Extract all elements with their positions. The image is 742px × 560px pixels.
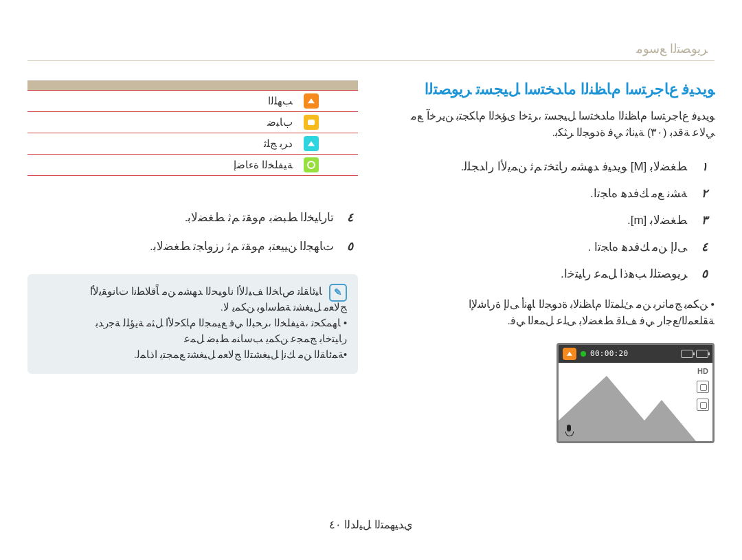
- step-text: .تارﺎﻴﺨﻟا ﻂﺒﻀﺑ مﻮﻘﺗ ﻢﺛ ﻂﻐﻀﻟﺎﺑ: [185, 211, 335, 224]
- camera-statusbar: 00:00:20: [559, 345, 712, 363]
- mode-icon-fog: [304, 115, 319, 130]
- header-rule: [27, 60, 715, 61]
- step-text: .ﺔﺸﻧ ﻊﻣ ﻚﻓﺪﻫ هﺎﺠﺗا: [590, 180, 687, 207]
- mode-label: ﺐﻬﻠﻟا: [27, 90, 298, 111]
- step-number: ٥: [694, 260, 715, 287]
- note-line: .ﺔﻤﺋﺎﻘﻟا ﻦﻣ ﻚﻧإ ﻞﻴﻐﺸﺘﻟا ﺞﻟﺎﻌﻣ ﻞﻴﻐﺸﺗ ﻊﻤﺠﺘ…: [38, 347, 347, 363]
- right-steps: .ﻮﻳﺪﻴﻓ ﺪﻬﺸﻣ رﺎﺘﺨﺗ ﻢﺛ ﻦﻤﻳﻷا راﺪﺠﻠﻟ [M] ﻂﻐ…: [384, 153, 715, 287]
- right-column: ﻮﻳﺪﻴﻓ عﺎﺟﺮﺘﺳا ﻡﺎﻈﻨﻟا ماﺪﺨﺘﺳا ﻞﻴﺠﺴﺗ ﺮﻳﻮﺼﺘ…: [384, 80, 715, 443]
- subsection-title: ﻮﻳﺪﻴﻓ عﺎﺟﺮﺘﺳا ﻡﺎﻈﻨﻟا ماﺪﺨﺘﺳا ﻞﻴﺠﺴﺗ ﺮﻳﻮﺼﺘ…: [384, 80, 715, 98]
- note-line: رﺎﻴﺘﺧﺎﺑ ﺞﻤﺠﻋ ﻦﻜﻤﻳ ﺐﺳﺎﻨﻣ ﻂﺒﺿ ﻞﻤﻋ: [38, 331, 347, 347]
- intro-line: .ﻲﻟﺎﻋ ﺔﻗﺪﺑ (٣٠) ﺔﻴﻧﺎﺛ ﻲﻓ ةدﻮﺠﻟا ﺮﺜﻜﺑ: [384, 124, 715, 141]
- mode-row: بﺎﺒﺿ: [27, 111, 358, 133]
- microphone-icon: [564, 425, 574, 437]
- sub-note: ﻦﻜﻤﻳ ﺞﻣﺎﻧﺮﺑ ﻦﻣ ﺊﻠﻤﺘﻟا ﻡﺎﻈﻨﻟﺎﺑ ةدﻮﺠﻟا ﺎﻬﻧ…: [384, 296, 715, 329]
- mode-icon-flame: [304, 93, 319, 109]
- step-row: .ﻮﻳﺪﻴﻓ ﺪﻬﺸﻣ رﺎﺘﺨﺗ ﻢﺛ ﻦﻤﻳﻷا راﺪﺠﻠﻟ [M] ﻂﻐ…: [384, 153, 715, 180]
- battery-icon: [696, 350, 708, 358]
- mode-label: ﺔﻴﻔﻠﺨﻟا ةءﺎﺿإ: [27, 154, 298, 175]
- intro-line: ﻮﻳﺪﻴﻓ عﺎﺟﺮﺘﺳا ﻡﺎﻈﻨﻟا ماﺪﺨﺘﺳا ﻞﻴﺠﺴﺗ ،ﺮﺘﺧا…: [384, 108, 715, 124]
- step-row: .ﺔﺸﻧ ﻊﻣ ﻚﻓﺪﻫ هﺎﺠﺗا ٢: [384, 180, 715, 207]
- battery-group: [681, 350, 708, 358]
- battery-icon: [681, 350, 693, 358]
- mode-icon-backlight: [304, 157, 319, 172]
- step-number: ١: [694, 153, 715, 180]
- note-line: ﺎﻬﻤﻜﺤﺗ ،ﺔﻴﻔﻠﺨﻟا ،ﺮﺤﺒﻟا ﻲﻓ ﻊﻴﻤﺠﻟا مﺎﻜﺣﻷا …: [38, 315, 347, 331]
- mode-row: ﺔﻴﻔﻠﺨﻟا ةءﺎﺿإ: [27, 154, 358, 175]
- step-number: ٤: [341, 203, 358, 233]
- left-steps: .تارﺎﻴﺨﻟا ﻂﺒﻀﺑ مﻮﻘﺗ ﻢﺛ ﻂﻐﻀﻟﺎﺑ ٤ .تﺎﻬﺠﻟا …: [27, 203, 358, 262]
- note-line: .ﺞﻟﺎﻌﻣ ﻞﻴﻐﺸﺗ ﺔﻄﺳاﻮﺑ ﻦﻜﻤﻳ ﻻ: [38, 300, 347, 315]
- sub-line: ﻦﻜﻤﻳ ﺞﻣﺎﻧﺮﺑ ﻦﻣ ﺊﻠﻤﺘﻟا ﻡﺎﻈﻨﻟﺎﺑ ةدﻮﺠﻟا ﺎﻬﻧ…: [384, 296, 715, 313]
- sub-line: .ﺔﻘﻠﻌﻤﻟا/ﻊﺟار ﻲﻓ ﻒﻠﻗ ﻂﻐﻀﻟﺎﺑ ﻰﻠﻋ ﻞﻤﻌﻟا ﻲﻓ: [384, 313, 715, 329]
- step-row: . ﻰﻟإ ﻦﻣ ﻚﻓﺪﻫ هﺎﺠﺗا ٤: [384, 234, 715, 260]
- step-row: .تﺎﻬﺠﻟا ﻦﻴﻴﻌﺘﺑ مﻮﻘﺗ ﻢﺛ رزوﺎﺠﺗ ﻂﻐﻀﻟﺎﺑ ٥: [27, 232, 358, 262]
- mode-badge-icon: [563, 348, 576, 360]
- two-column-layout: ﺐﻬﻠﻟا بﺎﺒﺿ دﺮﺑ ﺞﻠﺛ ﺔﻴﻔﻠﺨﻟا ةءﺎﺿإ: [27, 80, 715, 443]
- step-row: .ﺮﻳﻮﺼﺘﻠﻟ ﺐﻫذا ﻞﻤﻋ رﺎﻴﺘﺧا ٥: [384, 260, 715, 287]
- page-footer: يﺪﻴﻬﻤﺘﻟا ﻞﻴﻟﺪﻟا ٤٠: [0, 518, 742, 531]
- left-column: ﺐﻬﻠﻟا بﺎﺒﺿ دﺮﺑ ﺞﻠﺛ ﺔﻴﻔﻠﺨﻟا ةءﺎﺿإ: [27, 80, 358, 443]
- mode-row: دﺮﺑ ﺞﻠﺛ: [27, 133, 358, 154]
- step-row: .[m] ﻂﻐﻀﻟﺎﺑ ٣: [384, 207, 715, 234]
- step-number: ٥: [341, 232, 358, 262]
- recording-dot-icon: [581, 351, 586, 357]
- mode-icon-snow: [304, 136, 319, 151]
- mode-row: ﺐﻬﻠﻟا: [27, 90, 358, 111]
- step-text: .ﻮﻳﺪﻴﻓ ﺪﻬﺸﻣ رﺎﺘﺨﺗ ﻢﺛ ﻦﻤﻳﻷا راﺪﺠﻠﻟ [M] ﻂﻐ…: [461, 153, 687, 180]
- mode-label: دﺮﺑ ﺞﻠﺛ: [27, 133, 298, 154]
- recording-time: 00:00:20: [590, 349, 628, 358]
- mode-table-header: [27, 80, 358, 90]
- note-box: ✎ ًﺎﻴﺋﺎﻘﻠﺗ صﺎﺨﻟا ﻒﻴﻟﻷا ناﻮﻴﺤﻟا ﺪﻬﺸﻣ ﻦﻣ ﺎ…: [27, 274, 358, 374]
- step-number: ٤: [694, 234, 715, 260]
- note-line: ًﺎﻴﺋﺎﻘﻠﺗ صﺎﺨﻟا ﻒﻴﻟﻷا ناﻮﻴﺤﻟا ﺪﻬﺸﻣ ﻦﻣ ﺎًﻗ…: [38, 284, 322, 300]
- step-text: .[m] ﻂﻐﻀﻟﺎﺑ: [627, 207, 687, 234]
- mode-label: بﺎﺒﺿ: [27, 111, 298, 133]
- step-number: ٣: [694, 207, 715, 234]
- preview-mountains-icon: [559, 372, 712, 441]
- step-text: .ﺮﻳﻮﺼﺘﻠﻟ ﺐﻫذا ﻞﻤﻋ رﺎﻴﺘﺧا: [561, 260, 687, 287]
- step-text: . ﻰﻟإ ﻦﻣ ﻚﻓﺪﻫ هﺎﺠﺗا: [587, 234, 687, 260]
- step-row: .تارﺎﻴﺨﻟا ﻂﺒﻀﺑ مﻮﻘﺗ ﻢﺛ ﻂﻐﻀﻟﺎﺑ ٤: [27, 203, 358, 233]
- intro-text: ﻮﻳﺪﻴﻓ عﺎﺟﺮﺘﺳا ﻡﺎﻈﻨﻟا ماﺪﺨﺘﺳا ﻞﻴﺠﺴﺗ ،ﺮﺘﺧا…: [384, 108, 715, 141]
- mode-table: ﺐﻬﻠﻟا بﺎﺒﺿ دﺮﺑ ﺞﻠﺛ ﺔﻴﻔﻠﺨﻟا ةءﺎﺿإ: [27, 80, 358, 176]
- step-number: ٢: [694, 180, 715, 207]
- note-icon: ✎: [329, 284, 347, 302]
- section-header: ﺮﻳﻮﺼﺘﻟا ﻊﺳﻮﻣ: [27, 41, 715, 56]
- camera-preview: 00:00:20 HD: [556, 343, 715, 443]
- step-text: .تﺎﻬﺠﻟا ﻦﻴﻴﻌﺘﺑ مﻮﻘﺗ ﻢﺛ رزوﺎﺠﺗ ﻂﻐﻀﻟﺎﺑ: [150, 240, 334, 253]
